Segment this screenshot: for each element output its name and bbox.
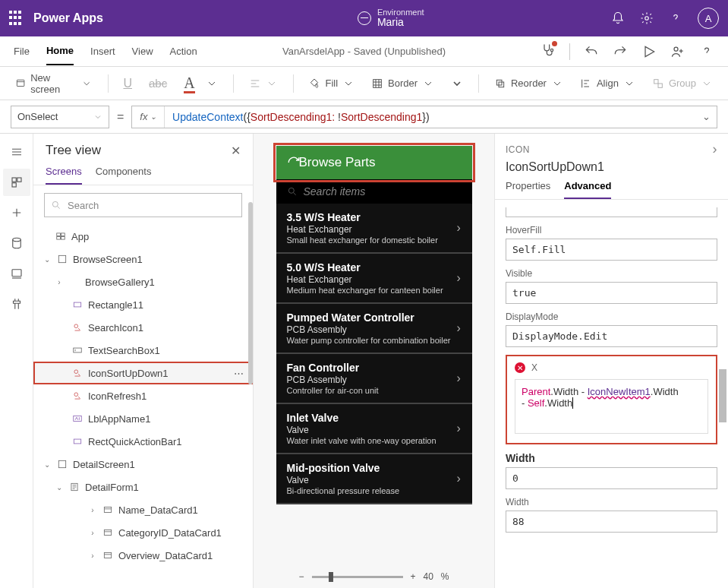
tree-tab-screens[interactable]: Screens xyxy=(46,166,82,185)
formula-bar: OnSelect = fx ⌄ UpdateContext({SortDesce… xyxy=(0,100,728,134)
x-input[interactable]: Parent.Width - IconNewItem1.Width - Self… xyxy=(515,379,708,434)
tab-view[interactable]: View xyxy=(132,38,153,65)
list-item[interactable]: Inlet ValveValveWater inlet valve with o… xyxy=(276,404,472,454)
svg-rect-22 xyxy=(74,348,82,352)
rail-hamburger[interactable] xyxy=(3,138,30,166)
share-icon[interactable] xyxy=(670,44,685,59)
zoom-out-icon[interactable]: − xyxy=(298,571,304,582)
group-button[interactable]: Group xyxy=(648,74,717,93)
node-textsearchbox[interactable]: TextSearchBox1 xyxy=(33,339,253,362)
x-label: X xyxy=(531,362,537,373)
node-lblappname[interactable]: LblAppName1 xyxy=(33,407,253,430)
properties-panel: ICON › IconSortUpDown1 Properties Advanc… xyxy=(494,134,728,588)
environment-picker[interactable]: Environment Maria xyxy=(358,8,424,28)
panel-category: ICON xyxy=(506,144,530,155)
node-overview-datacard[interactable]: ›Overview_DataCard1 xyxy=(33,544,253,567)
node-rectquick[interactable]: RectQuickActionBar1 xyxy=(33,430,253,453)
zoom-control[interactable]: − + 40 % xyxy=(298,571,449,582)
panel-tab-advanced[interactable]: Advanced xyxy=(564,180,611,199)
format-options-button[interactable] xyxy=(446,74,468,93)
panel-scrollbar[interactable] xyxy=(719,179,726,585)
expand-formula-icon[interactable]: ⌄ xyxy=(696,111,717,122)
tree-tab-components[interactable]: Components xyxy=(96,166,152,185)
tree-scrollbar[interactable] xyxy=(248,202,253,588)
app-checker-icon[interactable] xyxy=(540,43,556,60)
close-icon[interactable]: ✕ xyxy=(231,144,241,158)
node-name-datacard[interactable]: ›Name_DataCard1 xyxy=(33,498,253,521)
fill-button[interactable]: Fill xyxy=(304,74,359,93)
font-color-button[interactable]: A xyxy=(179,71,222,95)
list-item[interactable]: Mid-position ValveValveBi-directional pr… xyxy=(276,454,472,504)
gear-icon[interactable] xyxy=(640,11,654,25)
node-rectangle[interactable]: Rectangle11 xyxy=(33,293,253,316)
list-item[interactable]: 3.5 W/S HeaterHeat ExchangerSmall heat e… xyxy=(276,204,472,254)
rail-media[interactable] xyxy=(3,260,30,287)
avatar[interactable]: A xyxy=(698,8,719,29)
visible-input[interactable]: true xyxy=(506,282,717,304)
preview-search-placeholder: Search items xyxy=(304,185,366,198)
more-icon[interactable]: ⋯ xyxy=(234,368,245,379)
tree-search[interactable]: Search xyxy=(44,193,242,217)
preview-search[interactable]: Search items xyxy=(276,179,472,204)
undo-icon[interactable] xyxy=(584,44,599,59)
svg-point-2 xyxy=(674,47,678,51)
rail-insert[interactable] xyxy=(3,199,30,226)
bell-icon[interactable] xyxy=(611,11,625,25)
app-title: Power Apps xyxy=(33,11,103,25)
node-detailform[interactable]: ⌄DetailForm1 xyxy=(33,476,253,498)
node-iconsortupdown[interactable]: IconSortUpDown1⋯ xyxy=(33,362,253,384)
node-app[interactable]: App xyxy=(33,225,253,248)
displaymode-input[interactable]: DisplayMode.Edit xyxy=(506,325,717,347)
help-icon[interactable] xyxy=(669,11,682,25)
list-item[interactable]: Fan ControllerPCB AssemblyController for… xyxy=(276,354,472,404)
rail-data[interactable] xyxy=(3,229,30,257)
waffle-icon[interactable] xyxy=(9,11,24,26)
tab-file[interactable]: File xyxy=(14,38,30,65)
play-icon[interactable] xyxy=(641,44,657,59)
tab-action[interactable]: Action xyxy=(170,38,197,65)
refresh-icon[interactable] xyxy=(287,156,301,169)
redo-icon[interactable] xyxy=(613,44,628,59)
error-icon[interactable]: ✕ xyxy=(515,362,525,373)
tab-home[interactable]: Home xyxy=(46,37,74,65)
zoom-in-icon[interactable]: + xyxy=(410,571,415,582)
app-preview[interactable]: Browse Parts Search items 3.5 W/S Heater… xyxy=(276,146,472,504)
list-item[interactable]: Pumped Water ControllerPCB AssemblyWater… xyxy=(276,304,472,354)
rail-tree[interactable] xyxy=(3,169,30,196)
property-selector[interactable]: OnSelect xyxy=(11,106,109,128)
align-label: Align xyxy=(597,77,619,89)
svg-rect-9 xyxy=(12,178,16,182)
svg-rect-27 xyxy=(58,460,65,467)
tab-insert[interactable]: Insert xyxy=(90,38,115,65)
panel-tab-properties[interactable]: Properties xyxy=(506,180,550,199)
reorder-button[interactable]: Reorder xyxy=(490,74,568,93)
underline-button[interactable]: U xyxy=(118,74,137,93)
node-browsegallery[interactable]: ›BrowseGallery1 xyxy=(33,270,253,293)
rail-tools[interactable] xyxy=(3,290,30,318)
svg-point-32 xyxy=(288,188,294,193)
left-rail xyxy=(0,134,33,588)
svg-point-0 xyxy=(645,17,649,21)
strike-button[interactable]: abc xyxy=(144,74,172,93)
zoom-slider[interactable] xyxy=(311,576,402,578)
hoverfill-input[interactable]: Self.Fill xyxy=(506,239,717,261)
svg-rect-29 xyxy=(104,507,111,513)
list-item[interactable]: 5.0 W/S HeaterHeat ExchangerMedium heat … xyxy=(276,254,472,304)
help2-icon[interactable] xyxy=(699,44,714,59)
node-detailscreen[interactable]: ⌄DetailScreen1 xyxy=(33,453,253,476)
svg-rect-3 xyxy=(17,80,24,86)
chevron-right-icon: › xyxy=(457,422,465,435)
chevron-right-icon[interactable]: › xyxy=(713,141,718,157)
node-cat-datacard[interactable]: ›CategoryID_DataCard1 xyxy=(33,521,253,544)
new-screen-button[interactable]: New screen xyxy=(11,69,97,98)
width-big-input[interactable]: 0 xyxy=(506,467,717,489)
width-input[interactable]: 88 xyxy=(506,511,717,533)
align-text-button[interactable] xyxy=(244,74,282,93)
preview-header[interactable]: Browse Parts xyxy=(276,146,472,179)
node-searchicon[interactable]: SearchIcon1 xyxy=(33,316,253,339)
formula-input[interactable]: fx ⌄ UpdateContext({SortDescending1: !So… xyxy=(131,106,717,128)
node-browsescreen[interactable]: ⌄BrowseScreen1 xyxy=(33,248,253,270)
border-button[interactable]: Border xyxy=(367,74,439,93)
align-button[interactable]: Align xyxy=(575,74,640,93)
node-iconrefresh[interactable]: IconRefresh1 xyxy=(33,384,253,407)
